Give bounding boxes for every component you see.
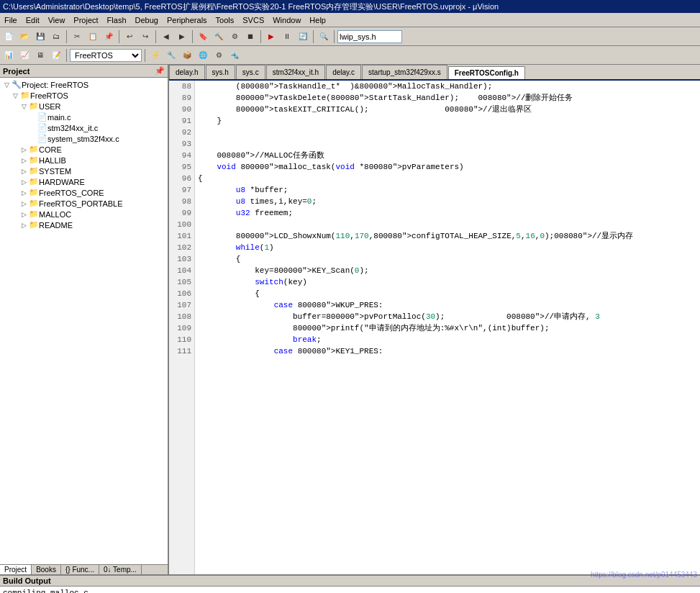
editor-tab-delay-c[interactable]: delay.c xyxy=(326,65,361,79)
menu-item-svcs[interactable]: SVCS xyxy=(238,14,268,26)
editor-tab-startup-stm32f429xx-s[interactable]: startup_stm32f429xx.s xyxy=(362,65,447,79)
menu-item-tools[interactable]: Tools xyxy=(212,14,239,26)
debug-reset-btn[interactable]: 🔄 xyxy=(296,30,310,44)
tb2-btn5[interactable]: ⚡ xyxy=(148,48,163,63)
save-all-btn[interactable]: 🗂 xyxy=(49,30,63,44)
tree-label: FreeRTOS xyxy=(30,91,68,100)
code-line-109: 800000">printf("申请到的内存地址为:%#x\r\n",(int)… xyxy=(198,322,697,334)
tree-item-malloc[interactable]: ▷📁 MALLOC xyxy=(0,209,168,219)
menu-item-project[interactable]: Project xyxy=(69,14,102,26)
proj-tab-temp[interactable]: 0↓ Temp... xyxy=(99,565,142,574)
bookmark-btn[interactable]: 🔖 xyxy=(196,30,210,44)
tree-label: Project: FreeRTOS xyxy=(22,81,88,89)
stop-btn[interactable]: ⏹ xyxy=(243,30,258,44)
project-panel-header: Project 📌 xyxy=(0,65,168,78)
tb2-btn4[interactable]: 📝 xyxy=(49,48,63,63)
tree-item-system2[interactable]: ▷📁 SYSTEM xyxy=(0,166,168,176)
menu-item-edit[interactable]: Edit xyxy=(22,14,44,26)
tb2-btn8[interactable]: 🌐 xyxy=(196,48,210,63)
line-numbers: 8889909192939495969798991001011021031041… xyxy=(169,81,195,574)
code-line-91: } xyxy=(198,115,697,127)
line-num-94: 94 xyxy=(169,150,191,161)
nav-back-btn[interactable]: ◀ xyxy=(159,30,173,44)
toolbar-row-2: 📊 📈 🖥 📝 FreeRTOS ⚡ 🔧 📦 🌐 ⚙ 🔩 xyxy=(0,46,700,65)
open-btn[interactable]: 📂 xyxy=(17,30,32,44)
code-line-99: u32 freemem; xyxy=(198,207,697,219)
project-panel: Project 📌 ▽🔧 Project: FreeRTOS▽📁 FreeRTO… xyxy=(0,65,169,574)
tree-item-system[interactable]: 📄 system_stm32f4xx.c xyxy=(0,133,168,144)
proj-tab-project[interactable]: Project xyxy=(0,565,32,574)
new-btn[interactable]: 📄 xyxy=(1,30,16,44)
line-num-110: 110 xyxy=(169,334,191,345)
tb2-btn6[interactable]: 🔧 xyxy=(164,48,178,63)
tree-label: CORE xyxy=(39,145,62,154)
code-line-93 xyxy=(198,138,697,150)
code-content[interactable]: (800080">TaskHandle_t* )&800080">MallocT… xyxy=(195,81,700,574)
editor-tab-sys-h[interactable]: sys.h xyxy=(206,65,235,79)
tree-expand-icon: ▷ xyxy=(19,157,29,164)
tree-item-proj-root[interactable]: ▽🔧 Project: FreeRTOS xyxy=(0,79,168,90)
redo-btn[interactable]: ↪ xyxy=(138,30,153,44)
menu-item-help[interactable]: Help xyxy=(305,14,330,26)
code-line-94: 008080">//MALLOC任务函数 xyxy=(198,150,697,161)
tree-item-hardware[interactable]: ▷📁 HARDWARE xyxy=(0,176,168,187)
build-btn[interactable]: 🔨 xyxy=(212,30,226,44)
debug-btn[interactable]: ▶ xyxy=(264,30,278,44)
paste-btn[interactable]: 📌 xyxy=(101,30,116,44)
editor-tab-stm32f4xx-it-h[interactable]: stm32f4xx_it.h xyxy=(266,65,325,79)
cut-btn[interactable]: ✂ xyxy=(70,30,84,44)
project-panel-pin[interactable]: 📌 xyxy=(155,66,165,76)
menu-item-window[interactable]: Window xyxy=(268,14,305,26)
save-btn[interactable]: 💾 xyxy=(33,30,47,44)
copy-btn[interactable]: 📋 xyxy=(86,30,100,44)
line-num-104: 104 xyxy=(169,265,191,276)
file-filter-input[interactable] xyxy=(337,30,402,43)
tree-folder-icon: 📁 xyxy=(29,101,39,111)
tree-item-freeport[interactable]: ▷📁 FreeRTOS_PORTABLE xyxy=(0,198,168,209)
menu-item-file[interactable]: File xyxy=(0,14,22,26)
tree-item-freertos[interactable]: ▽📁 FreeRTOS xyxy=(0,90,168,101)
proj-tab-func[interactable]: {} Func... xyxy=(61,565,99,574)
build-all-btn[interactable]: ⚙ xyxy=(227,30,242,44)
tree-item-stm32it[interactable]: 📄 stm32f4xx_it.c xyxy=(0,122,168,133)
tree-expand-icon: ▽ xyxy=(19,103,29,110)
tree-item-user[interactable]: ▽📁 USER xyxy=(0,101,168,112)
debug-stop-btn[interactable]: ⏸ xyxy=(280,30,294,44)
tree-item-freecore[interactable]: ▷📁 FreeRTOS_CORE xyxy=(0,187,168,198)
editor-tab-freertosconfig-h[interactable]: FreeRTOSConfig.h xyxy=(448,66,525,81)
tree-expand-icon: ▷ xyxy=(19,168,29,175)
tb2-btn1[interactable]: 📊 xyxy=(1,48,16,63)
menu-item-flash[interactable]: Flash xyxy=(103,14,131,26)
line-num-98: 98 xyxy=(169,196,191,207)
tree-item-readme[interactable]: ▷📁 README xyxy=(0,219,168,230)
tree-item-main[interactable]: 📄 main.c xyxy=(0,112,168,122)
editor-tab-delay-h[interactable]: delay.h xyxy=(169,65,205,79)
title-text: C:\Users\Administrator\Desktop\temp\5, F… xyxy=(3,1,499,12)
tree-file-icon: 📄 xyxy=(37,112,47,122)
watermark: https://blog.csdn.net/p014453443 xyxy=(591,571,697,579)
target-select[interactable]: FreeRTOS xyxy=(70,49,142,62)
code-line-100 xyxy=(198,219,697,230)
menu-item-view[interactable]: View xyxy=(44,14,70,26)
tree-folder-icon: 📁 xyxy=(29,209,39,219)
proj-tab-books[interactable]: Books xyxy=(32,565,61,574)
tb2-btn10[interactable]: 🔩 xyxy=(227,48,242,63)
tb2-btn3[interactable]: 🖥 xyxy=(33,48,47,63)
menu-item-peripherals[interactable]: Peripherals xyxy=(163,14,212,26)
tb2-btn7[interactable]: 📦 xyxy=(180,48,194,63)
code-line-110: break; xyxy=(198,334,697,345)
code-editor: 8889909192939495969798991001011021031041… xyxy=(169,81,700,574)
code-line-98: u8 times,i,key=0; xyxy=(198,196,697,207)
tab-bar: delay.hsys.hsys.cstm32f4xx_it.hdelay.cst… xyxy=(169,65,700,81)
code-line-108: buffer=800000">pvPortMalloc(30); 008080"… xyxy=(198,311,697,322)
editor-tab-sys-c[interactable]: sys.c xyxy=(236,65,265,79)
tb2-btn2[interactable]: 📈 xyxy=(17,48,32,63)
undo-btn[interactable]: ↩ xyxy=(122,30,137,44)
tb2-btn9[interactable]: ⚙ xyxy=(212,48,226,63)
tree-item-core[interactable]: ▷📁 CORE xyxy=(0,144,168,155)
line-num-102: 102 xyxy=(169,242,191,253)
tree-item-hallib[interactable]: ▷📁 HALLIB xyxy=(0,155,168,166)
find-btn[interactable]: 🔍 xyxy=(317,30,331,44)
nav-fwd-btn[interactable]: ▶ xyxy=(175,30,189,44)
menu-item-debug[interactable]: Debug xyxy=(131,14,163,26)
